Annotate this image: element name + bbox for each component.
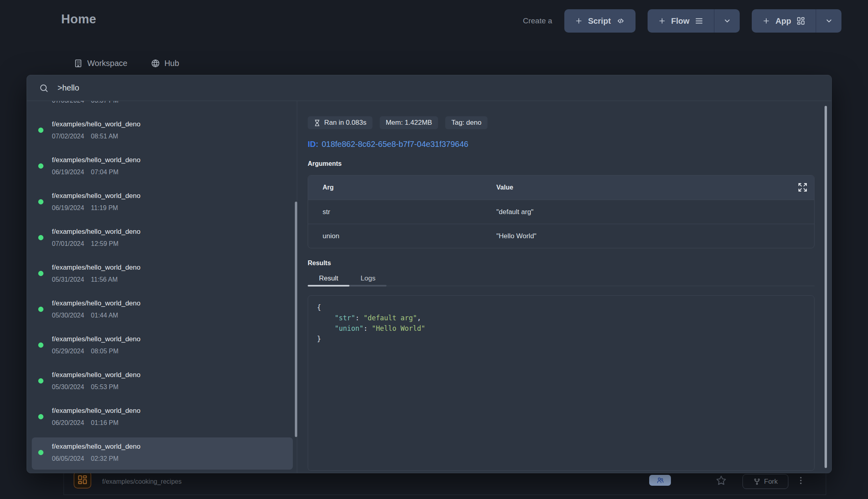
run-time: 03:37 PM bbox=[91, 101, 118, 104]
tab-logs[interactable]: Logs bbox=[350, 272, 387, 285]
building-icon bbox=[74, 59, 83, 68]
json-comma: , bbox=[417, 314, 421, 322]
list-item[interactable]: f/examples/hello_world_deno07/01/202412:… bbox=[32, 223, 293, 255]
fork-button[interactable]: Fork bbox=[743, 474, 788, 489]
shared-users-badge bbox=[649, 475, 671, 486]
list-item[interactable]: f/examples/hello_world_deno05/29/202408:… bbox=[32, 330, 293, 362]
git-fork-icon bbox=[753, 478, 761, 485]
list-item[interactable]: f/examples/hello_world_deno07/03/202403:… bbox=[32, 101, 293, 111]
arg-value: "Hello World" bbox=[496, 232, 537, 240]
run-results-list: f/examples/hello_world_deno07/03/202403:… bbox=[27, 101, 297, 473]
list-item[interactable]: f/examples/hello_world_deno07/02/202408:… bbox=[32, 115, 293, 147]
run-time: 05:53 PM bbox=[91, 384, 118, 390]
create-app-button[interactable]: App bbox=[752, 9, 816, 33]
json-separator: : bbox=[364, 324, 372, 332]
tag-badge: Tag: deno bbox=[445, 116, 487, 129]
create-a-label: Create a bbox=[523, 16, 552, 25]
arguments-table: Arg Value str "default arg" union "Hello… bbox=[308, 175, 815, 248]
fork-button-label: Fork bbox=[764, 478, 778, 486]
search-input[interactable]: >hello bbox=[58, 83, 79, 93]
run-path: f/examples/hello_world_deno bbox=[52, 335, 290, 343]
list-item[interactable]: f/examples/hello_world_deno05/30/202401:… bbox=[32, 294, 293, 326]
success-dot-icon bbox=[38, 450, 43, 455]
run-date: 06/19/2024 bbox=[52, 169, 84, 175]
json-line: "union": "Hello World" bbox=[317, 323, 805, 334]
create-script-button[interactable]: Script bbox=[564, 9, 636, 33]
tab-workspace[interactable]: Workspace bbox=[74, 59, 128, 68]
run-badges: Ran in 0.083s Mem: 1.422MB Tag: deno bbox=[308, 116, 814, 129]
app-dropdown-button[interactable] bbox=[816, 9, 841, 33]
list-icon bbox=[695, 16, 703, 25]
run-id-label: ID: bbox=[308, 140, 319, 148]
run-time: 11:19 PM bbox=[91, 204, 118, 211]
arguments-table-header: Arg Value bbox=[308, 175, 814, 200]
globe-icon bbox=[151, 59, 160, 68]
json-value: "Hello World" bbox=[372, 324, 425, 332]
memory-badge-label: Mem: 1.422MB bbox=[386, 119, 432, 127]
favorite-star-icon[interactable] bbox=[716, 475, 727, 486]
success-dot-icon bbox=[38, 414, 43, 419]
list-item[interactable]: f/examples/hello_world_deno06/19/202407:… bbox=[32, 151, 293, 183]
run-date: 05/30/2024 bbox=[52, 312, 84, 319]
plus-icon bbox=[575, 17, 583, 25]
tab-hub[interactable]: Hub bbox=[151, 59, 179, 68]
success-dot-icon bbox=[38, 378, 43, 384]
result-json-viewer[interactable]: {"str": "default arg","union": "Hello Wo… bbox=[308, 295, 815, 471]
run-time: 08:51 AM bbox=[91, 133, 118, 140]
run-time: 11:56 AM bbox=[91, 276, 117, 283]
item-path: f/examples/cooking_recipes bbox=[102, 478, 181, 485]
memory-badge: Mem: 1.422MB bbox=[380, 116, 438, 129]
list-item-selected[interactable]: f/examples/hello_world_deno06/05/202402:… bbox=[32, 437, 293, 470]
run-path: f/examples/hello_world_deno bbox=[52, 228, 290, 236]
hourglass-icon bbox=[314, 120, 321, 126]
run-time: 01:16 PM bbox=[91, 419, 118, 426]
arguments-title: Arguments bbox=[308, 160, 814, 167]
run-date: 05/31/2024 bbox=[52, 276, 84, 283]
results-title: Results bbox=[308, 260, 814, 267]
run-detail-pane: Ran in 0.083s Mem: 1.422MB Tag: deno ID:… bbox=[297, 101, 831, 473]
table-row: union "Hello World" bbox=[308, 224, 814, 248]
json-brace-open: { bbox=[317, 302, 805, 313]
json-brace-close: } bbox=[317, 334, 805, 344]
run-time: 07:04 PM bbox=[91, 169, 118, 175]
plus-icon bbox=[658, 17, 666, 25]
list-item[interactable]: f/examples/hello_world_deno06/19/202411:… bbox=[32, 187, 293, 219]
tab-result[interactable]: Result bbox=[308, 272, 350, 285]
success-dot-icon bbox=[38, 271, 43, 276]
success-dot-icon bbox=[38, 163, 43, 169]
run-path: f/examples/hello_world_deno bbox=[52, 192, 290, 200]
users-icon bbox=[656, 476, 664, 484]
run-path: f/examples/hello_world_deno bbox=[52, 443, 290, 451]
create-app-button-group: App bbox=[752, 9, 841, 33]
run-date: 07/03/2024 bbox=[52, 101, 84, 104]
success-dot-icon bbox=[38, 128, 43, 133]
run-path: f/examples/hello_world_deno bbox=[52, 264, 290, 272]
list-item[interactable]: f/examples/hello_world_deno06/20/202401:… bbox=[32, 402, 293, 434]
run-date: 07/01/2024 bbox=[52, 240, 84, 247]
run-time: 01:44 AM bbox=[91, 312, 118, 319]
run-date: 06/20/2024 bbox=[52, 419, 84, 426]
create-flow-button[interactable]: Flow bbox=[648, 9, 714, 33]
tab-workspace-label: Workspace bbox=[87, 59, 128, 68]
expand-icon[interactable] bbox=[798, 182, 808, 192]
run-date: 07/02/2024 bbox=[52, 133, 84, 140]
arg-value: "default arg" bbox=[496, 208, 533, 216]
search-icon bbox=[39, 83, 49, 93]
list-item[interactable]: f/examples/hello_world_deno05/31/202411:… bbox=[32, 258, 293, 291]
run-date: 06/19/2024 bbox=[52, 204, 84, 211]
search-bar[interactable]: >hello bbox=[27, 75, 831, 101]
flow-dropdown-button[interactable] bbox=[714, 9, 740, 33]
run-id-link[interactable]: 018fe862-8c62-65e8-b7f7-04e31f379646 bbox=[322, 140, 469, 148]
flow-button-label: Flow bbox=[671, 16, 690, 26]
list-scrollbar[interactable] bbox=[295, 202, 297, 437]
list-item[interactable]: f/examples/hello_world_deno05/30/202405:… bbox=[32, 366, 293, 398]
success-dot-icon bbox=[38, 235, 43, 240]
json-key: "str" bbox=[335, 314, 355, 322]
active-tab-underline bbox=[308, 285, 350, 287]
tab-hub-label: Hub bbox=[165, 59, 179, 68]
header-actions: Create a Script Flow App bbox=[523, 9, 841, 33]
detail-scrollbar[interactable] bbox=[825, 106, 827, 468]
run-path: f/examples/hello_world_deno bbox=[52, 371, 290, 379]
results-tabs: Result Logs bbox=[308, 272, 815, 287]
kebab-menu-icon[interactable] bbox=[796, 476, 806, 485]
